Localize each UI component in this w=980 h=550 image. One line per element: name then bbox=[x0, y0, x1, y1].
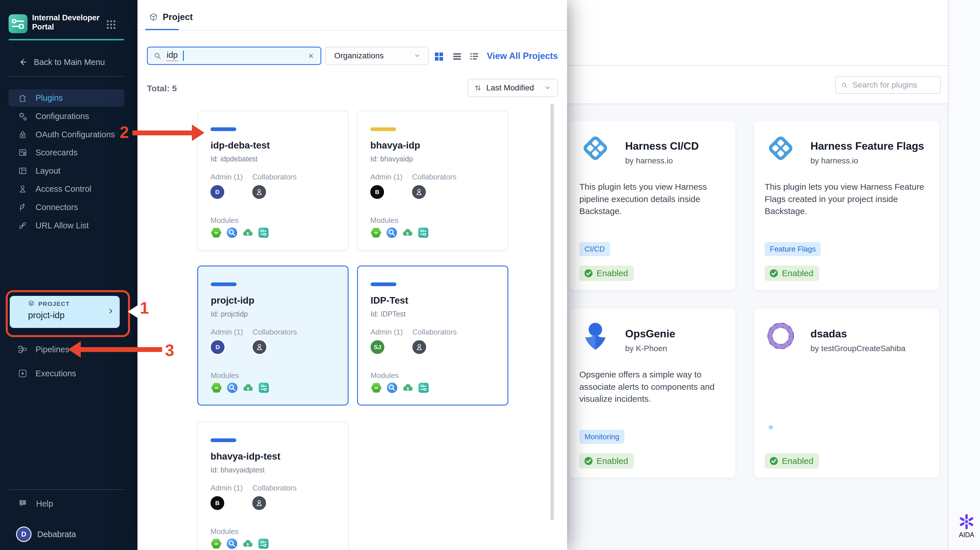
annotation-arrow-2-head bbox=[192, 124, 204, 141]
ccm-module-icon bbox=[242, 227, 253, 238]
modal-scrollbar[interactable] bbox=[550, 104, 554, 520]
sidebar-item-access-control[interactable]: Access Control bbox=[9, 180, 124, 197]
annotation-arrow-2-shaft bbox=[132, 130, 192, 135]
plugin-name: Harness Feature Flags bbox=[810, 140, 924, 152]
plugin-card-opsgenie[interactable]: OpsGenie by K-Phoen Opsgenie offers a si… bbox=[569, 309, 735, 478]
project-card-idp-deba-test[interactable]: idp-deba-test Id: idpdebatest Admin (1) … bbox=[197, 111, 348, 251]
admin-avatar: D bbox=[211, 340, 224, 354]
module-grid-icon[interactable] bbox=[105, 19, 117, 30]
sidebar-item-layout[interactable]: Layout bbox=[9, 162, 124, 179]
project-card-id: Id: bhavyaidptest bbox=[210, 466, 265, 474]
sidebar-item-configurations[interactable]: Configurations bbox=[9, 108, 124, 125]
plugin-name: OpsGenie bbox=[625, 328, 675, 340]
view-all-projects-link[interactable]: View All Projects bbox=[487, 51, 558, 61]
user-menu[interactable]: D Debabrata bbox=[16, 526, 76, 542]
aida-widget[interactable]: AIDA bbox=[956, 514, 977, 539]
check-icon bbox=[584, 269, 593, 278]
plugin-author: by harness.io bbox=[625, 156, 673, 165]
sidebar-item-executions[interactable]: Executions bbox=[9, 365, 124, 382]
annotation-number-1: 1 bbox=[140, 298, 149, 317]
sidebar-item-help[interactable]: Help bbox=[9, 495, 124, 512]
sidebar-item-plugins[interactable]: Plugins bbox=[9, 89, 124, 106]
screen: Harness CI/CD by harness.io This plugin … bbox=[0, 0, 980, 550]
aida-label: AIDA bbox=[956, 531, 977, 539]
list-view-icon[interactable] bbox=[452, 51, 462, 62]
admin-label: Admin (1) bbox=[371, 328, 403, 336]
annotation-box-1 bbox=[6, 290, 130, 337]
arrow-left-icon bbox=[18, 57, 29, 68]
app-title: Internal Developer Portal bbox=[32, 13, 107, 32]
project-search[interactable]: idp bbox=[147, 47, 321, 65]
ci-module-icon bbox=[371, 382, 382, 393]
layout-icon bbox=[18, 166, 27, 176]
plugin-description: This plugin lets you view Harness pipeli… bbox=[579, 181, 727, 217]
annotation-number-3: 3 bbox=[165, 341, 174, 360]
nav-label: Plugins bbox=[35, 93, 63, 103]
annotation-box-1-pointer bbox=[128, 305, 138, 318]
project-card-name: idp-deba-test bbox=[210, 140, 270, 151]
project-card-id: Id: IDPTest bbox=[371, 310, 406, 318]
module-icons bbox=[210, 227, 269, 238]
back-to-main-menu[interactable]: Back to Main Menu bbox=[18, 57, 105, 68]
status-label: Enabled bbox=[597, 268, 628, 278]
admin-label: Admin (1) bbox=[210, 173, 243, 181]
plugins-search-input[interactable] bbox=[852, 80, 935, 90]
annotation-number-2: 2 bbox=[120, 122, 129, 142]
help-chat-icon bbox=[18, 498, 28, 509]
search-icon bbox=[841, 81, 848, 89]
sidebar: Internal Developer Portal Back to Main M… bbox=[0, 0, 137, 550]
plugins-search[interactable] bbox=[835, 76, 941, 94]
admin-avatar: D bbox=[210, 185, 224, 199]
module-icons bbox=[211, 382, 269, 393]
collaborators-label: Collaborators bbox=[412, 328, 457, 336]
idp-logo-icon bbox=[9, 14, 27, 33]
lock-icon bbox=[18, 130, 27, 139]
chevron-down-icon bbox=[413, 52, 421, 60]
collaborator-avatar bbox=[412, 340, 426, 354]
clear-search-icon[interactable] bbox=[307, 52, 315, 60]
status-label: Enabled bbox=[782, 268, 813, 278]
sidebar-item-scorecards[interactable]: Scorecards bbox=[9, 144, 124, 161]
brand-underline bbox=[9, 39, 124, 40]
modules-label: Modules bbox=[370, 216, 398, 225]
nav-label: Connectors bbox=[35, 203, 78, 212]
grid-view-icon[interactable] bbox=[434, 51, 444, 62]
tab-project[interactable]: Project bbox=[149, 12, 193, 22]
modules-label: Modules bbox=[210, 527, 239, 536]
idp-logo bbox=[9, 14, 27, 33]
project-card-name: bhavya-idp-test bbox=[210, 451, 280, 462]
sidebar-item-connectors[interactable]: Connectors bbox=[9, 198, 124, 216]
nav-label: Configurations bbox=[35, 112, 89, 121]
nav-label: Pipelines bbox=[35, 345, 69, 354]
ci-module-icon bbox=[210, 538, 222, 549]
tag-dot bbox=[768, 425, 773, 430]
plugin-author: by testGroupCreateSahiba bbox=[810, 344, 905, 353]
nav-divider-top bbox=[9, 76, 124, 77]
compact-view-icon[interactable] bbox=[469, 51, 479, 62]
plugin-card-harness-cicd[interactable]: Harness CI/CD by harness.io This plugin … bbox=[569, 121, 735, 290]
ccm-module-icon bbox=[402, 382, 414, 393]
harness-logo-icon bbox=[579, 132, 611, 164]
sort-select[interactable]: Last Modified bbox=[468, 79, 558, 97]
person-outline-icon bbox=[254, 187, 264, 197]
total-count: Total: 5 bbox=[147, 84, 177, 93]
sidebar-item-url-allow-list[interactable]: URL Allow List bbox=[9, 217, 124, 234]
harness-logo-icon bbox=[765, 132, 797, 164]
tab-label: Project bbox=[163, 12, 193, 22]
project-card-projct-idp[interactable]: projct-idp Id: projctidp Admin (1) Colla… bbox=[197, 266, 348, 406]
plugin-card-feature-flags[interactable]: Harness Feature Flags by harness.io This… bbox=[754, 121, 939, 290]
admin-label: Admin (1) bbox=[370, 173, 402, 181]
person-icon bbox=[18, 184, 27, 194]
admin-avatar: B bbox=[370, 185, 384, 199]
org-filter-select[interactable]: Organizations bbox=[325, 47, 429, 65]
collaborators-label: Collaborators bbox=[252, 483, 297, 493]
plugin-card-dsadas[interactable]: dsadas by testGroupCreateSahiba Enabled bbox=[754, 309, 939, 478]
ring-logo-icon bbox=[765, 320, 797, 352]
project-card-bhavya-idp-test[interactable]: bhavya-idp-test Id: bhavyaidptest Admin … bbox=[197, 422, 348, 550]
sidebar-item-oauth-configurations[interactable]: OAuth Configurations bbox=[9, 126, 124, 143]
user-name: Debabrata bbox=[37, 530, 76, 539]
project-card-bhavya-idp[interactable]: bhavya-idp Id: bhavyaidp Admin (1) Colla… bbox=[357, 111, 508, 251]
srm-module-icon bbox=[226, 538, 238, 549]
project-card-idp-test[interactable]: IDP-Test Id: IDPTest Admin (1) Collabora… bbox=[357, 266, 508, 406]
color-bar bbox=[370, 127, 396, 131]
